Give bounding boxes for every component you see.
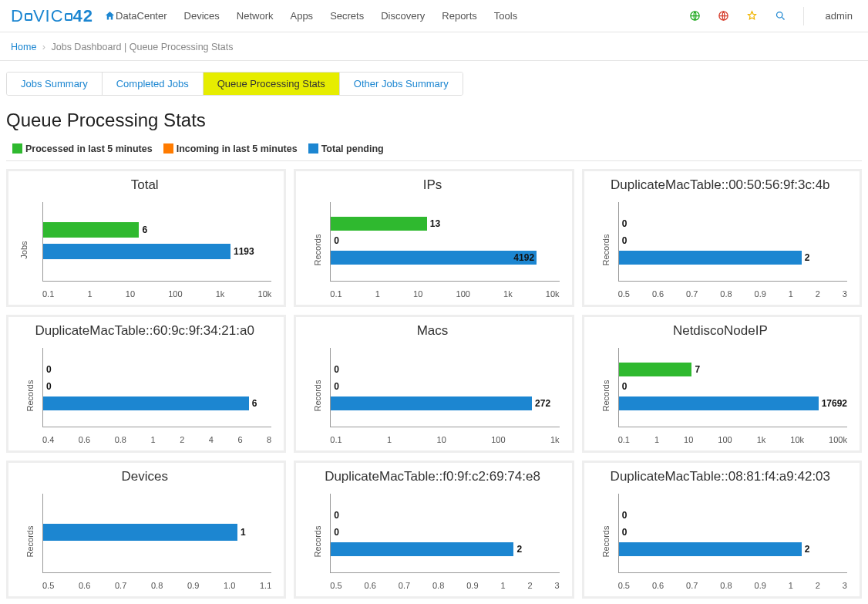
nav-item[interactable]: Apps: [290, 10, 313, 22]
chart-card: IPsRecords13041920.11101001k10k: [294, 169, 574, 307]
chart-bar-row: 0: [619, 508, 847, 522]
chart-bars-area: 1304192: [330, 202, 559, 282]
chart-xtick: 100: [491, 435, 505, 444]
chart-bar-value: 4192: [513, 252, 534, 263]
chart-xtick: 3: [843, 289, 847, 299]
page-title: Queue Processing Stats: [6, 110, 862, 131]
chart-bar: [43, 244, 230, 259]
chart-bar-value: 0: [622, 218, 627, 229]
svg-point-2: [776, 12, 782, 19]
tab[interactable]: Other Jobs Summary: [340, 73, 463, 95]
chart-title: Macs: [301, 323, 564, 339]
chart-xtick: 0.9: [755, 581, 766, 590]
legend-item: Incoming in last 5 minutes: [163, 143, 298, 154]
chart-bar-row: 0: [331, 525, 559, 539]
chart-bar-value: 0: [46, 381, 52, 392]
chart-bar-value: 17692: [822, 398, 847, 409]
tab[interactable]: Jobs Summary: [7, 73, 103, 95]
chart-bars-area: 00272: [330, 348, 559, 427]
chart-bar-row: 6: [43, 222, 271, 238]
chart-xtick: 10: [684, 435, 693, 444]
chart-bar-value: 2: [805, 544, 810, 555]
chart-plot: Records70176920.11101001k10k100k: [589, 343, 852, 447]
home-icon[interactable]: [104, 10, 116, 22]
chart-xtick: 100: [456, 289, 470, 299]
chart-xtick: 1: [387, 435, 392, 444]
breadcrumb-current: Jobs Dashboard | Queue Processing Stats: [51, 42, 233, 52]
chart-bar: [331, 542, 513, 556]
nav-item[interactable]: Devices: [184, 10, 220, 22]
chart-bar-row: 2: [331, 542, 559, 556]
chart-plot: Records0060.40.60.812468: [13, 343, 276, 447]
chart-title: IPs: [301, 177, 564, 193]
tab[interactable]: Completed Jobs: [103, 73, 204, 95]
tabs: Jobs SummaryCompleted JobsQueue Processi…: [6, 72, 463, 96]
chart-xtick: 10: [413, 289, 422, 299]
nav-item[interactable]: Network: [237, 10, 274, 22]
chart-xtick: 2: [180, 435, 184, 444]
chart-xtick: 0.7: [686, 289, 698, 299]
chart-bar: [331, 396, 532, 410]
globe-green-icon[interactable]: [689, 10, 701, 22]
breadcrumb-home[interactable]: Home: [11, 42, 36, 52]
chart-bar: [619, 542, 802, 556]
chart-bar-row: 272: [331, 396, 559, 410]
globe-red-icon[interactable]: [718, 10, 729, 22]
chart-xtick: 1.1: [260, 581, 271, 590]
chart-bar-row: 0: [619, 380, 847, 393]
chart-bar-value: 2: [805, 252, 810, 263]
main-nav: DataCenterDevicesNetworkAppsSecretsDisco…: [116, 10, 689, 22]
chart-xtick: 0.1: [618, 435, 630, 444]
nav-item[interactable]: DataCenter: [116, 10, 167, 22]
tab[interactable]: Queue Processing Stats: [204, 73, 340, 95]
legend-label: Total pending: [321, 143, 384, 154]
legend-label: Incoming in last 5 minutes: [177, 143, 298, 154]
nav-item[interactable]: Tools: [494, 10, 517, 22]
chart-bar-value: 0: [334, 381, 339, 392]
chart-xtick: 3: [555, 581, 560, 590]
chart-bar-value: 1193: [234, 246, 254, 257]
chart-bar-value: 1: [241, 527, 246, 538]
chart-xaxis: 0.40.60.812468: [42, 435, 271, 444]
user-menu[interactable]: admin: [821, 10, 853, 22]
chart-xtick: 1: [500, 581, 505, 590]
chart-bar-value: 13: [430, 218, 440, 229]
chart-xtick: 1k: [757, 435, 766, 444]
chart-xtick: 0.4: [42, 435, 54, 444]
chart-xtick: 1: [87, 289, 92, 299]
legend-swatch: [12, 143, 22, 154]
chart-bar: [331, 251, 537, 265]
star-icon[interactable]: [746, 10, 758, 22]
chart-ylabel: Records: [25, 380, 35, 411]
chart-xtick: 100: [718, 435, 732, 444]
chart-card: DuplicateMacTable::f0:9f:c2:69:74:e8Reco…: [294, 461, 574, 599]
chart-xtick: 8: [267, 435, 271, 444]
chart-bar-row: 2: [619, 542, 847, 556]
topbar-right: admin: [689, 7, 857, 25]
chart-xtick: 1k: [550, 435, 560, 444]
chart-bar-value: 272: [535, 398, 550, 409]
chart-plot: Records0020.50.60.70.80.9123: [589, 489, 852, 593]
chart-bar-row: 0: [43, 363, 271, 376]
nav-item[interactable]: Discovery: [381, 10, 425, 22]
chart-title: Devices: [13, 469, 276, 484]
chart-bar-row: 0: [331, 508, 559, 522]
chart-ylabel: Jobs: [19, 241, 29, 258]
chart-xaxis: 0.11101001k: [330, 435, 559, 444]
chart-xtick: 0.6: [79, 435, 90, 444]
chart-xtick: 2: [527, 581, 532, 590]
search-icon[interactable]: [775, 10, 786, 22]
nav-item[interactable]: Reports: [442, 10, 477, 22]
chart-xtick: 4: [209, 435, 214, 444]
chart-bar-row: 0: [619, 234, 847, 248]
legend-item: Processed in last 5 minutes: [12, 143, 153, 154]
breadcrumb-sep: ›: [42, 42, 45, 52]
chart-card: NetdiscoNodeIPRecords70176920.11101001k1…: [582, 315, 862, 453]
nav-item[interactable]: Secrets: [330, 10, 364, 22]
chart-xtick: 0.5: [618, 581, 630, 590]
chart-xaxis: 0.50.60.70.80.9123: [330, 581, 559, 590]
chart-xtick: 10k: [258, 289, 272, 299]
chart-xtick: 0.5: [330, 581, 341, 590]
brand-logo[interactable]: DVIC42: [11, 6, 93, 26]
chart-title: DuplicateMacTable::08:81:f4:a9:42:03: [589, 469, 852, 484]
